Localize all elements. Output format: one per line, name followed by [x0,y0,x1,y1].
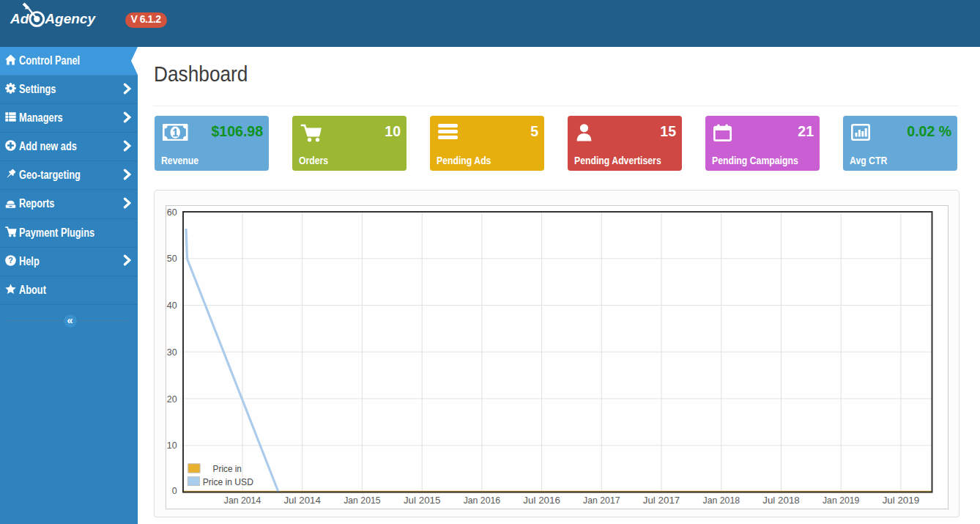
svg-text:Jul 2016: Jul 2016 [523,495,560,506]
svg-text:Price in: Price in [213,463,242,474]
svg-text:40: 40 [167,300,177,311]
svg-text:Jul 2015: Jul 2015 [404,495,441,506]
svg-text:?: ? [8,256,13,265]
svg-text:Jan 2014: Jan 2014 [224,495,261,506]
svg-text:50: 50 [167,254,177,264]
svg-text:Jan 2017: Jan 2017 [583,495,620,506]
svg-text:Jan 2016: Jan 2016 [464,495,501,506]
svg-text:Jul 2019: Jul 2019 [883,495,920,506]
svg-text:20: 20 [167,394,177,405]
svg-text:Jul 2014: Jul 2014 [283,495,321,506]
svg-text:0: 0 [172,486,177,496]
svg-text:Price in USD: Price in USD [203,476,253,487]
svg-text:Jul 2017: Jul 2017 [643,495,680,506]
svg-text:Jan 2018: Jan 2018 [703,495,740,506]
svg-text:Jan 2019: Jan 2019 [823,495,860,506]
svg-text:Jan 2015: Jan 2015 [344,495,381,506]
svg-text:Jul 2018: Jul 2018 [762,495,800,506]
svg-text:10: 10 [167,440,177,451]
svg-text:30: 30 [167,347,177,358]
svg-text:60: 60 [167,207,177,218]
